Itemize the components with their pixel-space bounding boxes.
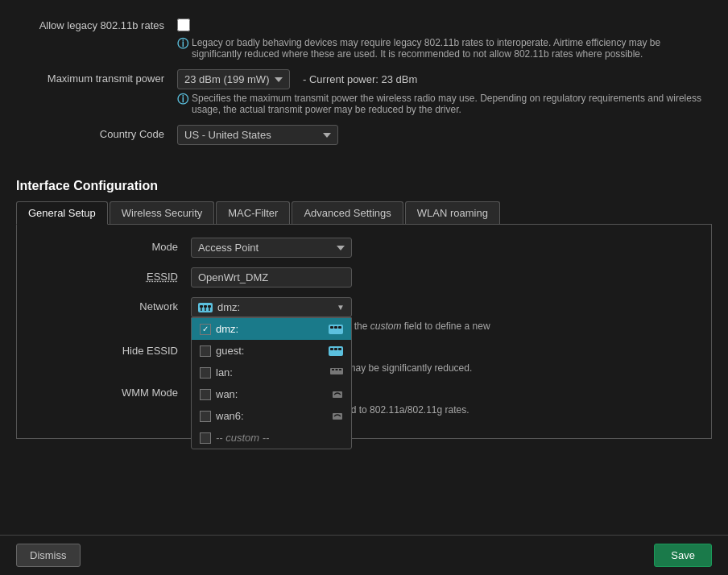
- guest-label: guest:: [216, 345, 324, 357]
- allow-legacy-help-icon: ⓘ: [177, 37, 188, 52]
- network-content: dmz: ✓ dmz:: [191, 297, 698, 332]
- lan-label: lan:: [216, 366, 325, 379]
- essid-label: ESSID: [30, 267, 191, 283]
- tab-advanced-settings[interactable]: Advanced Settings: [292, 201, 403, 224]
- custom-checkbox: [200, 432, 211, 444]
- svg-rect-11: [329, 346, 343, 356]
- network-select-button[interactable]: dmz:: [191, 297, 352, 317]
- tab-general-setup[interactable]: General Setup: [16, 201, 108, 225]
- guest-checkbox: [200, 345, 211, 357]
- essid-input[interactable]: [191, 267, 352, 288]
- wan6-icon: [332, 412, 343, 421]
- save-button[interactable]: Save: [654, 544, 712, 567]
- allow-legacy-checkbox[interactable]: [177, 19, 190, 31]
- dismiss-button[interactable]: Dismiss: [16, 544, 81, 567]
- country-code-row: Country Code US - United States: [16, 125, 712, 145]
- svg-rect-7: [329, 325, 343, 334]
- network-option-wan6[interactable]: wan6:: [192, 405, 351, 427]
- svg-rect-20: [333, 413, 342, 420]
- wan6-checkbox: [200, 411, 211, 422]
- mode-select[interactable]: Access Point: [191, 238, 352, 258]
- network-option-dmz[interactable]: ✓ dmz:: [192, 318, 351, 340]
- current-power-text: - Current power: 23 dBm: [303, 73, 417, 85]
- tab-wireless-security[interactable]: Wireless Security: [110, 201, 214, 224]
- max-transmit-content: 23 dBm (199 mW) - Current power: 23 dBm …: [177, 69, 712, 115]
- tab-content-general-setup: Mode Access Point ESSID Network: [16, 225, 712, 439]
- network-option-custom[interactable]: -- custom --: [192, 427, 351, 449]
- top-section: Allow legacy 802.11b rates ⓘ Legacy or b…: [16, 8, 712, 163]
- allow-legacy-label: Allow legacy 802.11b rates: [16, 16, 177, 31]
- country-code-label: Country Code: [16, 125, 177, 140]
- dmz-icon: [329, 325, 343, 334]
- essid-row: ESSID: [30, 267, 698, 288]
- svg-rect-1: [200, 305, 203, 308]
- wmm-mode-row: WMM Mode QoS is disabled, clients may be…: [30, 383, 698, 416]
- max-transmit-label: Maximum transmit power: [16, 69, 177, 85]
- mode-label: Mode: [30, 238, 191, 253]
- interface-config: Interface Configuration General Setup Wi…: [16, 179, 712, 439]
- lan-checkbox: [200, 367, 211, 379]
- network-option-lan[interactable]: lan:: [192, 362, 351, 383]
- max-transmit-help-content: Specifies the maximum transmit power the…: [192, 93, 712, 115]
- svg-rect-2: [204, 305, 207, 308]
- max-transmit-select[interactable]: 23 dBm (199 mW): [177, 69, 290, 89]
- hide-essid-label: Hide ESSID: [30, 341, 191, 357]
- mode-row: Mode Access Point: [30, 238, 698, 258]
- svg-rect-13: [334, 348, 337, 350]
- allow-legacy-help-content: Legacy or badly behaving devices may req…: [192, 37, 712, 60]
- svg-rect-3: [208, 305, 211, 308]
- interface-config-title: Interface Configuration: [16, 179, 712, 193]
- tab-wlan-roaming[interactable]: WLAN roaming: [405, 201, 500, 224]
- max-transmit-help-icon: ⓘ: [177, 93, 188, 107]
- svg-rect-12: [330, 348, 333, 350]
- bottom-bar: Dismiss Save: [0, 535, 728, 575]
- dmz-label: dmz:: [216, 323, 324, 335]
- network-dropdown-wrapper: dmz: ✓ dmz:: [191, 297, 352, 317]
- guest-icon: [329, 346, 343, 356]
- country-code-content: US - United States: [177, 125, 712, 145]
- lan-icon: [330, 368, 343, 378]
- svg-rect-10: [338, 326, 341, 329]
- allow-legacy-help-text: ⓘ Legacy or badly behaving devices may r…: [177, 37, 712, 60]
- wan-checkbox: [200, 389, 211, 400]
- max-transmit-help-text: ⓘ Specifies the maximum transmit power t…: [177, 93, 712, 115]
- wan-label: wan:: [216, 388, 327, 400]
- wan-icon: [332, 390, 343, 399]
- svg-rect-19: [333, 391, 342, 398]
- allow-legacy-content: ⓘ Legacy or badly behaving devices may r…: [177, 16, 712, 60]
- dmz-checkbox: ✓: [200, 324, 211, 335]
- tabs-bar: General Setup Wireless Security MAC-Filt…: [16, 201, 712, 225]
- essid-content: [191, 267, 698, 288]
- network-dropdown-menu: ✓ dmz:: [191, 317, 352, 449]
- svg-rect-9: [334, 326, 337, 329]
- country-code-select[interactable]: US - United States: [177, 125, 338, 145]
- custom-label: -- custom --: [216, 432, 343, 444]
- network-row: Network: [30, 297, 698, 332]
- network-option-guest[interactable]: guest:: [192, 340, 351, 362]
- wan6-label: wan6:: [216, 410, 327, 422]
- network-selected-icon: [198, 303, 213, 312]
- wmm-mode-label: WMM Mode: [30, 383, 191, 399]
- max-transmit-row: Maximum transmit power 23 dBm (199 mW) -…: [16, 69, 712, 115]
- svg-rect-14: [338, 348, 341, 350]
- hide-essid-row: Hide ESSID ay fail to roam and airtime e…: [30, 341, 698, 374]
- svg-rect-16: [332, 369, 334, 370]
- svg-rect-17: [336, 369, 338, 370]
- svg-rect-18: [339, 369, 341, 370]
- network-selected-text: dmz:: [217, 301, 240, 313]
- mode-content: Access Point: [191, 238, 698, 258]
- allow-legacy-row: Allow legacy 802.11b rates ⓘ Legacy or b…: [16, 16, 712, 60]
- network-label: Network: [30, 297, 191, 312]
- svg-rect-8: [330, 326, 333, 329]
- network-option-wan[interactable]: wan:: [192, 383, 351, 405]
- tab-mac-filter[interactable]: MAC-Filter: [216, 201, 290, 224]
